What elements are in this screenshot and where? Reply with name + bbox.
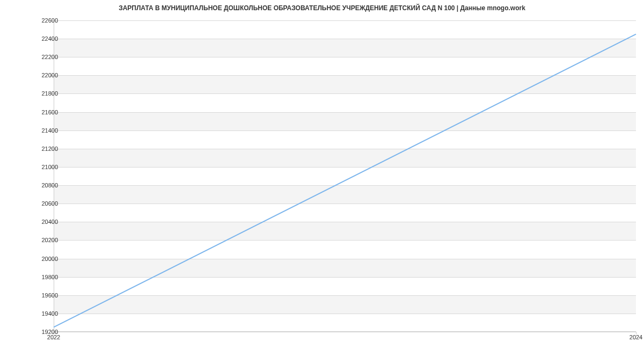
y-axis-label: 21200 xyxy=(26,146,58,152)
y-axis-label: 22200 xyxy=(26,54,58,60)
plot-area xyxy=(54,20,636,332)
y-axis-label: 20000 xyxy=(26,256,58,262)
y-axis-label: 19800 xyxy=(26,274,58,280)
chart-title: ЗАРПЛАТА В МУНИЦИПАЛЬНОЕ ДОШКОЛЬНОЕ ОБРА… xyxy=(0,4,644,12)
y-axis-label: 21600 xyxy=(26,109,58,115)
y-axis-label: 22000 xyxy=(26,72,58,78)
y-axis-label: 20600 xyxy=(26,200,58,207)
line-layer xyxy=(54,20,636,332)
y-axis-label: 22400 xyxy=(26,35,58,42)
y-axis-label: 19600 xyxy=(26,292,58,299)
y-axis-label: 22600 xyxy=(26,17,58,24)
y-axis-label: 21400 xyxy=(26,127,58,134)
y-gridline xyxy=(54,332,636,332)
series-line xyxy=(54,34,636,328)
x-axis-label: 2024 xyxy=(630,334,642,340)
y-axis-label: 21800 xyxy=(26,90,58,97)
chart-container: ЗАРПЛАТА В МУНИЦИПАЛЬНОЕ ДОШКОЛЬНОЕ ОБРА… xyxy=(0,0,644,349)
y-axis-label: 19400 xyxy=(26,310,58,317)
y-axis-label: 20800 xyxy=(26,182,58,188)
y-axis-label: 20200 xyxy=(26,237,58,243)
y-axis-label: 20400 xyxy=(26,219,58,225)
x-axis-label: 2022 xyxy=(47,334,60,340)
y-axis-label: 21000 xyxy=(26,164,58,170)
